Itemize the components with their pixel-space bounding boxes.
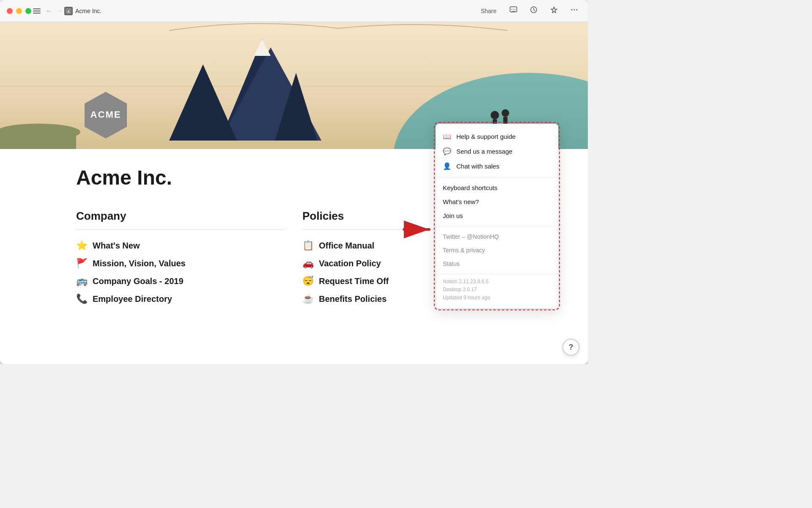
message-icon: 💬 (443, 147, 451, 155)
forward-button[interactable]: → (54, 6, 64, 17)
twitter-label: Twitter – @NotionHQ (443, 233, 499, 240)
history-button[interactable] (527, 4, 540, 18)
item-emoji: 😴 (302, 276, 314, 287)
join-us-item[interactable]: Join us (436, 209, 558, 223)
terms-label: Terms & privacy (443, 247, 485, 254)
item-label: Office Manual (319, 241, 374, 251)
svg-point-9 (576, 9, 578, 11)
help-support-label: Help & support guide (456, 133, 516, 140)
company-section: Company ⭐ What's New 🚩 Mission, Vision, … (76, 210, 285, 308)
dropdown-help-section: 📖 Help & support guide 💬 Send us a messa… (436, 127, 558, 175)
whats-new-item[interactable]: What's new? (436, 195, 558, 209)
company-divider (76, 229, 285, 230)
send-message-label: Send us a message (456, 148, 513, 155)
twitter-item[interactable]: Twitter – @NotionHQ (436, 230, 558, 243)
dropdown-menu: 📖 Help & support guide 💬 Send us a messa… (436, 124, 558, 309)
item-label: Employee Directory (93, 294, 172, 304)
item-emoji: 🚩 (76, 258, 88, 269)
close-button[interactable] (7, 8, 13, 14)
help-button[interactable]: ? (562, 339, 579, 356)
favorite-button[interactable] (547, 4, 561, 18)
svg-point-24 (502, 109, 509, 117)
traffic-lights (7, 8, 31, 14)
list-item[interactable]: ⭐ What's New (76, 237, 285, 254)
item-emoji: ☕ (302, 293, 314, 304)
person-icon: 👤 (443, 162, 451, 170)
item-label: Company Goals - 2019 (93, 276, 184, 286)
item-emoji: 📞 (76, 293, 88, 304)
chat-sales-item[interactable]: 👤 Chat with sales (436, 159, 558, 174)
svg-point-5 (515, 9, 516, 10)
item-label: Benefits Policies (319, 294, 387, 304)
svg-text:ACME: ACME (91, 109, 121, 120)
back-button[interactable]: ← (44, 6, 54, 17)
book-icon: 📖 (443, 133, 451, 141)
status-label: Status (443, 260, 460, 267)
status-item[interactable]: Status (436, 257, 558, 271)
titlebar: ← → A Acme Inc. Share (0, 0, 588, 22)
company-section-title: Company (76, 210, 285, 223)
send-message-item[interactable]: 💬 Send us a message (436, 144, 558, 159)
page-title: Acme Inc. (75, 8, 102, 14)
dropdown-links-section: Twitter – @NotionHQ Terms & privacy Stat… (436, 226, 558, 272)
item-emoji: ⭐ (76, 240, 88, 251)
minimize-button[interactable] (16, 8, 22, 14)
list-item[interactable]: 🚩 Mission, Vision, Values (76, 254, 285, 272)
item-emoji: 🚗 (302, 258, 314, 269)
maximize-button[interactable] (25, 8, 31, 14)
list-item[interactable]: 🚌 Company Goals - 2019 (76, 272, 285, 290)
version-text: Notion 2.11.23.9.6.5Desktop 2.0.17Update… (443, 278, 551, 302)
item-emoji: 📋 (302, 240, 314, 251)
acme-logo: ACME (80, 90, 131, 141)
dropdown-nav-section: Keyboard shortcuts What's new? Join us (436, 177, 558, 224)
svg-text:A: A (67, 10, 69, 13)
list-item[interactable]: 📞 Employee Directory (76, 290, 285, 308)
favicon: A (64, 7, 73, 15)
svg-point-22 (491, 111, 499, 119)
whats-new-label: What's new? (443, 198, 479, 205)
svg-point-3 (511, 9, 512, 10)
share-button[interactable]: Share (477, 6, 500, 16)
keyboard-shortcuts-item[interactable]: Keyboard shortcuts (436, 181, 558, 195)
svg-point-4 (513, 9, 514, 10)
item-label: What's New (93, 241, 140, 251)
svg-point-7 (571, 9, 573, 11)
comments-button[interactable] (507, 4, 520, 18)
item-emoji: 🚌 (76, 276, 88, 287)
keyboard-shortcuts-label: Keyboard shortcuts (443, 184, 497, 191)
sidebar-toggle-button[interactable] (31, 7, 42, 15)
join-us-label: Join us (443, 212, 463, 219)
svg-point-8 (574, 9, 575, 11)
company-list: ⭐ What's New 🚩 Mission, Vision, Values 🚌… (76, 237, 285, 308)
arrow-indicator (402, 219, 436, 245)
item-label: Request Time Off (319, 276, 389, 286)
titlebar-actions: Share (477, 4, 581, 18)
more-button[interactable] (568, 4, 581, 18)
item-label: Vacation Policy (319, 259, 381, 268)
dropdown-version-section: Notion 2.11.23.9.6.5Desktop 2.0.17Update… (436, 274, 558, 305)
chat-sales-label: Chat with sales (456, 163, 499, 170)
item-label: Mission, Vision, Values (93, 259, 186, 268)
terms-item[interactable]: Terms & privacy (436, 243, 558, 257)
share-label: Share (481, 8, 497, 14)
page-content: ACME Acme Inc. Company ⭐ What's New (0, 22, 588, 364)
app-window: ← → A Acme Inc. Share (0, 0, 588, 364)
help-support-item[interactable]: 📖 Help & support guide (436, 129, 558, 144)
